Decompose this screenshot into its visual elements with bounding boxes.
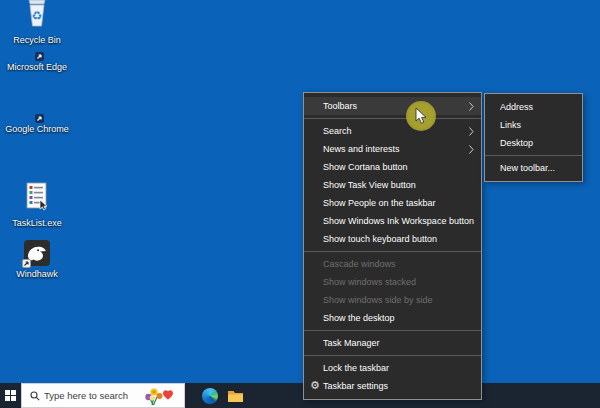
desktop-icon-microsoft-edge[interactable]: Microsoft Edge	[2, 59, 72, 73]
windhawk-icon	[24, 240, 50, 266]
tasklist-icon	[25, 182, 50, 215]
desktop-icon-label: Windhawk	[16, 269, 58, 280]
taskbar-microsoft-edge-icon[interactable]	[198, 383, 222, 408]
recycle-bin-icon: ♻	[23, 0, 51, 32]
menu-separator	[304, 330, 481, 331]
submenu-item-new-toolbar[interactable]: New toolbar...	[485, 159, 582, 177]
taskbar-file-explorer-icon[interactable]	[223, 383, 247, 408]
menu-separator	[485, 155, 582, 156]
desktop-icon-google-chrome[interactable]: Google Chrome	[2, 121, 72, 135]
menu-item-lock-the-taskbar[interactable]: Lock the taskbar	[304, 359, 481, 377]
menu-item-show-touch-keyboard[interactable]: Show touch keyboard button	[304, 230, 481, 248]
menu-item-cascade-windows: Cascade windows	[304, 255, 481, 273]
shortcut-arrow-icon	[35, 114, 44, 123]
windows-logo-icon	[5, 390, 16, 401]
toolbars-submenu: Address Links Desktop New toolbar...	[484, 93, 583, 182]
desktop-icon-label: Recycle Bin	[13, 35, 61, 46]
search-input[interactable]	[44, 390, 136, 401]
chevron-right-icon	[469, 102, 474, 113]
menu-item-show-cortana-button[interactable]: Show Cortana button	[304, 158, 481, 176]
submenu-item-links[interactable]: Links	[485, 116, 582, 134]
gear-icon: ⚙	[310, 380, 320, 391]
taskbar	[0, 383, 600, 408]
taskbar-context-menu: Toolbars Search News and interests Show …	[303, 92, 482, 400]
shortcut-arrow-icon	[22, 259, 31, 268]
svg-text:♻: ♻	[32, 9, 43, 23]
menu-item-show-the-desktop[interactable]: Show the desktop	[304, 309, 481, 327]
menu-item-show-ink-workspace[interactable]: Show Windows Ink Workspace button	[304, 212, 481, 230]
menu-item-taskbar-settings[interactable]: ⚙ Taskbar settings	[304, 377, 481, 395]
submenu-item-address[interactable]: Address	[485, 98, 582, 116]
menu-item-show-windows-stacked: Show windows stacked	[304, 273, 481, 291]
menu-separator	[304, 118, 481, 119]
menu-item-show-people[interactable]: Show People on the taskbar	[304, 194, 481, 212]
menu-separator	[304, 355, 481, 356]
shortcut-arrow-icon	[35, 52, 44, 61]
chevron-right-icon	[469, 127, 474, 138]
search-highlights-icon[interactable]	[140, 385, 182, 408]
menu-item-show-windows-side-by-side: Show windows side by side	[304, 291, 481, 309]
desktop-icon-label: Google Chrome	[5, 124, 69, 135]
desktop-icon-label: Microsoft Edge	[7, 62, 67, 73]
start-button[interactable]	[0, 383, 21, 408]
desktop-icon-label: TaskList.exe	[12, 218, 62, 229]
desktop-icon-recycle-bin[interactable]: ♻ Recycle Bin	[2, 0, 72, 46]
menu-separator	[304, 251, 481, 252]
menu-item-task-manager[interactable]: Task Manager	[304, 334, 481, 352]
search-icon	[30, 387, 40, 405]
chevron-right-icon	[469, 145, 474, 156]
mouse-cursor-icon	[415, 107, 427, 129]
menu-item-toolbars[interactable]: Toolbars	[304, 97, 481, 115]
submenu-item-desktop[interactable]: Desktop	[485, 134, 582, 152]
desktop-icon-windhawk[interactable]: Windhawk	[2, 240, 72, 280]
desktop-icon-tasklist-exe[interactable]: TaskList.exe	[2, 182, 72, 229]
menu-item-news-and-interests[interactable]: News and interests	[304, 140, 481, 158]
menu-item-search[interactable]: Search	[304, 122, 481, 140]
menu-item-show-task-view-button[interactable]: Show Task View button	[304, 176, 481, 194]
taskbar-search[interactable]	[21, 383, 185, 408]
